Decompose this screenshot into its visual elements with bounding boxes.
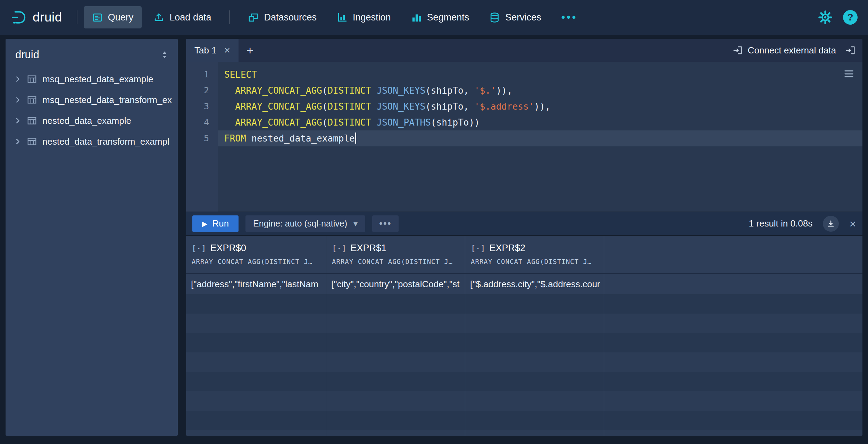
nav-item-label: Query (108, 12, 134, 23)
code-token: ARRAY_CONCAT_AGG (235, 117, 322, 128)
empty-cell (186, 314, 326, 333)
code-token: ARRAY_CONCAT_AGG (235, 101, 322, 112)
empty-row (186, 391, 862, 411)
sidebar-tree: msq_nested_data_examplemsq_nested_data_t… (6, 69, 178, 152)
nav-item-segments[interactable]: Segments (403, 6, 478, 28)
code-token: (shipTo, (425, 101, 474, 112)
empty-cell (604, 430, 862, 436)
code-token: SELECT (224, 69, 257, 80)
code-token: ( (322, 117, 328, 128)
result-cell[interactable]: ["city","country","postalCode","st (326, 274, 465, 294)
table-icon (27, 136, 37, 147)
sidebar-datasource-item[interactable]: msq_nested_data_example (6, 69, 178, 89)
engine-label: Engine: auto (sql-native) (253, 219, 347, 229)
empty-row (186, 430, 862, 436)
code-token: ARRAY_CONCAT_AGG (235, 85, 322, 96)
panel-toggle-icon (845, 45, 856, 56)
nav-item-datasources[interactable]: Datasources (240, 6, 325, 28)
runbar-more-button[interactable]: ••• (372, 215, 399, 232)
sidebar-datasource-item[interactable]: msq_nested_data_transform_ex (6, 89, 178, 110)
datasources-icon (248, 12, 259, 23)
empty-row (186, 294, 862, 314)
sidebar-datasource-item[interactable]: nested_data_example (6, 110, 178, 131)
load-data-icon (153, 12, 164, 23)
empty-cell (604, 294, 862, 314)
empty-cell (326, 333, 465, 352)
download-icon (826, 219, 836, 229)
sort-datasources-button[interactable] (160, 51, 169, 59)
brand-name: druid (33, 10, 62, 25)
empty-cell (465, 333, 604, 352)
empty-cell (326, 372, 465, 391)
code-token (371, 117, 377, 128)
empty-cell (465, 391, 604, 411)
nav-item-more[interactable]: ••• (553, 6, 586, 28)
editor-code[interactable]: SELECT ARRAY_CONCAT_AGG(DISTINCT JSON_KE… (218, 62, 862, 212)
tab-tab1[interactable]: Tab 1 × (186, 39, 239, 62)
runbar-right: 1 result in 0.08s × (749, 216, 856, 232)
run-label: Run (212, 218, 229, 229)
result-cell[interactable]: ["address","firstName","lastNam (186, 274, 326, 294)
column-header-EXPR$2[interactable]: [·]EXPR$2ARRAY_CONCAT_AGG(DISTINCT J… (465, 236, 604, 273)
column-expression: ARRAY_CONCAT_AGG(DISTINCT J… (332, 258, 461, 265)
empty-cell (186, 333, 326, 352)
chevron-right-icon (14, 75, 22, 83)
close-results-button[interactable]: × (849, 218, 856, 230)
download-result-button[interactable] (823, 216, 839, 232)
empty-row (186, 372, 862, 391)
empty-cell (604, 314, 862, 333)
empty-cell (604, 333, 862, 352)
code-token: JSON_KEYS (376, 101, 425, 112)
code-token (224, 85, 235, 96)
datasource-label: nested_data_transform_exampl (42, 136, 169, 147)
sql-editor[interactable]: 12345 SELECT ARRAY_CONCAT_AGG(DISTINCT J… (186, 62, 862, 212)
top-navbar: druid QueryLoad dataDatasourcesIngestion… (0, 0, 868, 35)
code-token: (shipTo, (425, 85, 474, 96)
column-header-EXPR$0[interactable]: [·]EXPR$0ARRAY_CONCAT_AGG(DISTINCT J… (186, 236, 326, 273)
navbar-items: QueryLoad dataDatasourcesIngestionSegmen… (84, 6, 586, 28)
settings-button[interactable] (818, 10, 833, 25)
nav-item-services[interactable]: Services (481, 6, 550, 28)
code-token (371, 85, 377, 96)
nav-item-load-data[interactable]: Load data (145, 6, 219, 28)
array-type-icon: [·] (192, 244, 206, 253)
code-token: DISTINCT (327, 85, 371, 96)
empty-cell (186, 430, 326, 436)
sidebar-datasource-item[interactable]: nested_data_transform_exampl (6, 131, 178, 152)
nav-item-query[interactable]: Query (84, 6, 142, 28)
table-icon (27, 74, 37, 84)
nav-item-ingestion[interactable]: Ingestion (328, 6, 399, 28)
chevron-right-icon (14, 117, 22, 125)
line-number: 3 (186, 99, 218, 114)
connect-external-data-button[interactable]: Connect external data (733, 45, 836, 56)
empty-cell (604, 372, 862, 391)
add-tab-button[interactable]: + (239, 39, 261, 62)
code-token (224, 101, 235, 112)
double-caret-vertical-icon (160, 51, 169, 59)
code-token: )), (496, 85, 512, 96)
datasource-label: msq_nested_data_transform_ex (42, 95, 172, 105)
query-panel: Tab 1 × + Connect external data (186, 39, 862, 436)
close-icon: × (849, 217, 856, 230)
empty-cell (186, 391, 326, 411)
code-token: FROM (224, 133, 246, 144)
column-name: [·]EXPR$0 (192, 243, 323, 254)
help-button[interactable]: ? (843, 10, 858, 25)
empty-row (186, 352, 862, 372)
help-glyph: ? (847, 12, 853, 23)
empty-cell (465, 294, 604, 314)
result-cell[interactable]: ["$.address.city","$.address.cour (465, 274, 604, 294)
druid-logo[interactable]: druid (10, 9, 62, 26)
editor-menu-button[interactable] (843, 68, 855, 80)
column-name: [·]EXPR$1 (332, 243, 461, 254)
tab-label: Tab 1 (194, 45, 217, 56)
query-icon (92, 12, 103, 23)
engine-select[interactable]: Engine: auto (sql-native) ▾ (245, 215, 365, 232)
right-panel-toggle-button[interactable] (845, 45, 856, 56)
code-token: )), (534, 101, 550, 112)
close-tab-icon[interactable]: × (224, 45, 231, 56)
segments-icon (411, 12, 422, 23)
column-header-EXPR$1[interactable]: [·]EXPR$1ARRAY_CONCAT_AGG(DISTINCT J… (326, 236, 465, 273)
code-token: DISTINCT (327, 117, 371, 128)
run-button[interactable]: ▶ Run (192, 215, 239, 232)
